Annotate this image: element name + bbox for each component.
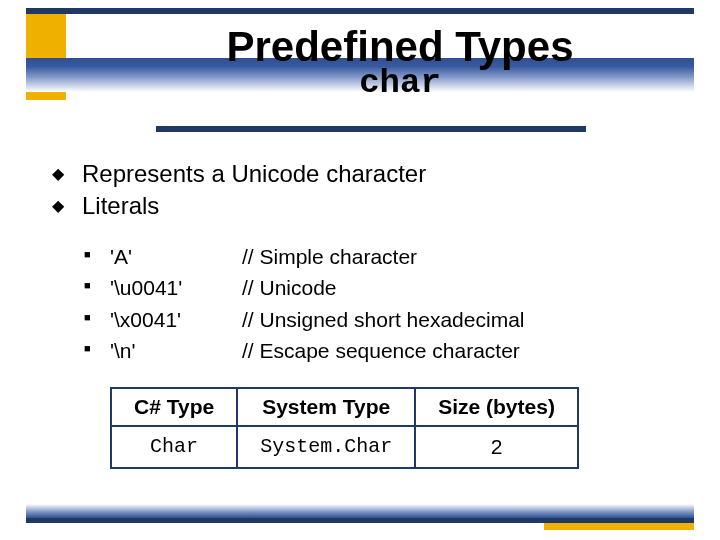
literal-code: '\u0041' <box>110 272 242 304</box>
table-header: C# Type <box>111 388 237 426</box>
table-row: Char System.Char 2 <box>111 426 578 468</box>
table-header: Size (bytes) <box>415 388 578 426</box>
list-item: Literals <box>48 190 680 222</box>
list-item: Represents a Unicode character <box>48 158 680 190</box>
table-header-row: C# Type System Type Size (bytes) <box>111 388 578 426</box>
title-underline <box>156 126 586 132</box>
literal-code: '\n' <box>110 335 242 367</box>
table-header: System Type <box>237 388 415 426</box>
bottom-rule <box>26 518 694 523</box>
slide-title-sub: char <box>120 64 680 102</box>
list-item: '\x0041' // Unsigned short hexadecimal <box>82 304 680 336</box>
literal-code: 'A' <box>110 241 242 273</box>
bullet-list-level2: 'A' // Simple character '\u0041' // Unic… <box>82 241 680 367</box>
bullet-text: Literals <box>82 192 159 219</box>
literal-comment: // Escape sequence character <box>242 335 520 367</box>
bottom-gradient <box>26 504 694 518</box>
table-cell: System.Char <box>237 426 415 468</box>
bullet-list-level1: Represents a Unicode character Literals <box>48 158 680 223</box>
bullet-text: Represents a Unicode character <box>82 160 426 187</box>
literal-code: '\x0041' <box>110 304 242 336</box>
list-item: '\u0041' // Unicode <box>82 272 680 304</box>
slide-title: Predefined Types char <box>120 26 680 102</box>
slide-body: Represents a Unicode character Literals … <box>48 158 680 469</box>
top-rule <box>26 8 694 14</box>
list-item: '\n' // Escape sequence character <box>82 335 680 367</box>
type-table: C# Type System Type Size (bytes) Char Sy… <box>110 387 579 469</box>
literal-comment: // Unicode <box>242 272 337 304</box>
literal-comment: // Unsigned short hexadecimal <box>242 304 525 336</box>
literal-comment: // Simple character <box>242 241 417 273</box>
list-item: 'A' // Simple character <box>82 241 680 273</box>
table-cell: Char <box>111 426 237 468</box>
slide-title-main: Predefined Types <box>120 26 680 68</box>
table-cell: 2 <box>415 426 578 468</box>
